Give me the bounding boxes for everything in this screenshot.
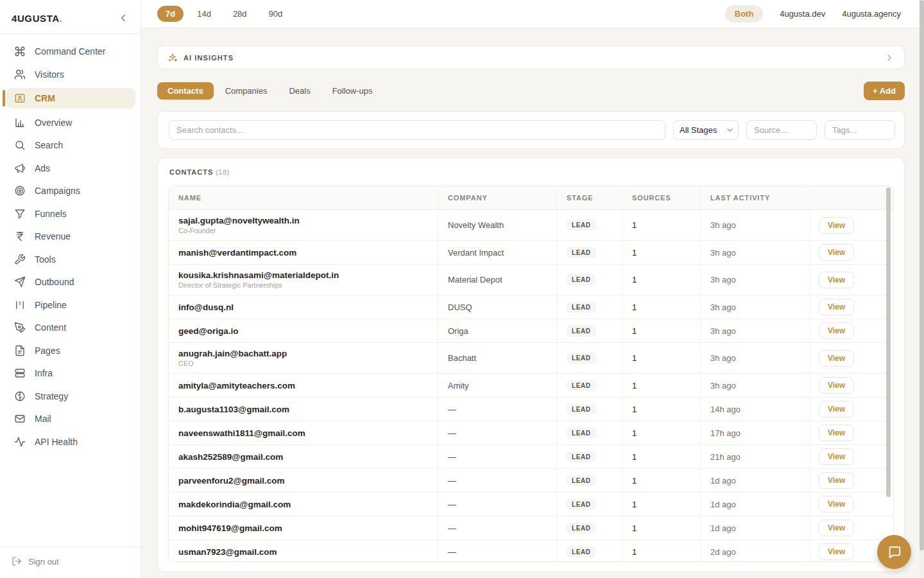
domain-filter-group: Both 4ugusta.dev 4ugusta.agency (725, 5, 901, 22)
stage-badge: LEAD (567, 220, 596, 231)
sidebar-item-label: Search (35, 140, 63, 150)
sidebar-item-command-center[interactable]: Command Center (5, 42, 135, 60)
contact-last-activity: 1d ago (710, 523, 810, 533)
view-button[interactable]: View (819, 520, 854, 536)
view-button[interactable]: View (819, 448, 854, 465)
view-button[interactable]: View (819, 217, 854, 234)
sidebar-nav: Command Center Visitors CRM Overview Sea… (0, 34, 141, 455)
table-row: akash252589@gmail.com — LEAD 1 21h ago V… (169, 445, 893, 469)
sidebar-item-label: Strategy (35, 391, 68, 401)
add-button[interactable]: + Add (864, 82, 905, 100)
page-scrollbar[interactable] (920, 0, 924, 578)
sidebar-item-infra[interactable]: Infra (5, 364, 135, 382)
sidebar-item-api-health[interactable]: API Health (5, 433, 135, 451)
table-row: makdekorindia@gmail.com — LEAD 1 1d ago … (169, 493, 893, 516)
range-pill-14d[interactable]: 14d (189, 6, 219, 22)
view-button[interactable]: View (819, 377, 854, 394)
stage-badge: LEAD (567, 274, 596, 285)
contact-email: amityla@amityteachers.com (178, 381, 438, 390)
table-row: info@dusq.nl DUSQ LEAD 1 3h ago View (169, 295, 893, 319)
contact-email: naveenswathi1811@gmail.com (178, 428, 438, 438)
contact-company: — (448, 547, 556, 557)
chevron-right-icon[interactable] (884, 53, 894, 63)
pen-tool-icon (14, 322, 26, 333)
table-row: naveenswathi1811@gmail.com — LEAD 1 17h … (169, 421, 893, 445)
view-button[interactable]: View (819, 350, 854, 367)
tab-contacts[interactable]: Contacts (157, 82, 214, 100)
view-button[interactable]: View (819, 244, 854, 261)
content: AI INSIGHTS Contacts Companies Deals Fol… (141, 28, 924, 578)
view-button[interactable]: View (819, 272, 854, 288)
contact-company: — (448, 476, 556, 486)
view-button[interactable]: View (819, 425, 854, 441)
range-pill-28d[interactable]: 28d (225, 6, 255, 22)
search-icon (14, 139, 26, 151)
sidebar-item-strategy[interactable]: Strategy (5, 387, 135, 405)
brand-logo: 4UGUSTA. (12, 13, 63, 24)
contact-email: geed@origa.io (178, 326, 438, 336)
range-pill-90d[interactable]: 90d (261, 6, 291, 22)
contact-sources: 1 (632, 353, 700, 363)
contact-sources: 1 (632, 220, 700, 230)
sidebar-item-revenue[interactable]: Revenue (5, 227, 135, 245)
contact-email: kousika.krishnasami@materialdepot.in (178, 270, 438, 280)
source-filter-input[interactable] (746, 120, 817, 140)
contact-sources: 1 (632, 405, 700, 414)
wrench-icon (14, 254, 26, 265)
domain-pill-both[interactable]: Both (725, 5, 764, 22)
sidebar-item-pipeline[interactable]: Pipeline (5, 296, 135, 314)
sidebar-item-funnels[interactable]: Funnels (5, 205, 135, 223)
search-contacts-input[interactable] (169, 120, 665, 140)
sidebar-item-outbound[interactable]: Outbound (5, 273, 135, 291)
sidebar-item-campaigns[interactable]: Campaigns (5, 182, 135, 200)
domain-pill-4ugusta-agency[interactable]: 4ugusta.agency (842, 9, 901, 19)
tab-deals[interactable]: Deals (278, 82, 320, 100)
sidebar-item-pages[interactable]: Pages (5, 342, 135, 360)
sign-out-button[interactable]: Sign out (0, 547, 141, 578)
tags-filter-input[interactable] (825, 120, 895, 140)
column-header-last-activity: LAST ACTIVITY (700, 186, 810, 209)
main-area: 7d 14d 28d 90d Both 4ugusta.dev 4ugusta.… (141, 0, 924, 578)
contact-email: info@dusq.nl (178, 302, 438, 312)
contact-company: — (448, 523, 556, 533)
ai-insights-bar[interactable]: AI INSIGHTS (157, 46, 905, 69)
table-scrollbar[interactable] (886, 188, 891, 497)
view-button[interactable]: View (819, 401, 854, 417)
sidebar-item-label: Mail (35, 414, 51, 424)
sidebar-item-content[interactable]: Content (5, 319, 135, 337)
send-icon (14, 276, 26, 288)
sidebar-item-tools[interactable]: Tools (5, 250, 135, 268)
tab-companies[interactable]: Companies (215, 82, 278, 100)
view-button[interactable]: View (819, 322, 854, 339)
column-header-actions (810, 186, 894, 209)
sidebar-item-search[interactable]: Search (5, 136, 135, 154)
domain-pill-4ugusta-dev[interactable]: 4ugusta.dev (780, 9, 825, 19)
range-pill-7d[interactable]: 7d (157, 6, 184, 22)
view-button[interactable]: View (819, 496, 854, 512)
logout-icon (12, 556, 22, 566)
contact-role: Co-Founder (178, 227, 438, 234)
sidebar-item-mail[interactable]: Mail (5, 410, 135, 428)
sidebar-collapse-icon[interactable] (117, 12, 129, 24)
sidebar-item-crm[interactable]: CRM (5, 88, 135, 109)
chat-fab-button[interactable] (877, 535, 911, 569)
crm-icon (14, 92, 26, 104)
stage-filter-select[interactable]: All Stages (673, 120, 739, 140)
tab-follow-ups[interactable]: Follow-ups (322, 82, 383, 100)
contact-sources: 1 (632, 523, 700, 533)
contact-last-activity: 3h ago (710, 302, 810, 312)
sidebar-item-visitors[interactable]: Visitors (5, 66, 135, 83)
pipeline-icon (14, 299, 26, 311)
contact-email: sajal.gupta@noveltywealth.in (178, 216, 438, 225)
contact-email: anugrah.jain@bachatt.app (178, 349, 438, 358)
view-button[interactable]: View (819, 472, 854, 489)
view-button[interactable]: View (819, 299, 854, 315)
contact-company: — (448, 452, 556, 462)
sidebar-item-ads[interactable]: Ads (5, 159, 135, 177)
sidebar-item-label: Ads (35, 163, 50, 173)
contact-last-activity: 21h ago (710, 452, 810, 462)
view-button[interactable]: View (819, 543, 854, 560)
sidebar-item-overview[interactable]: Overview (5, 114, 135, 132)
contact-email: manish@verdantimpact.com (178, 248, 438, 258)
contact-sources: 1 (632, 248, 700, 258)
